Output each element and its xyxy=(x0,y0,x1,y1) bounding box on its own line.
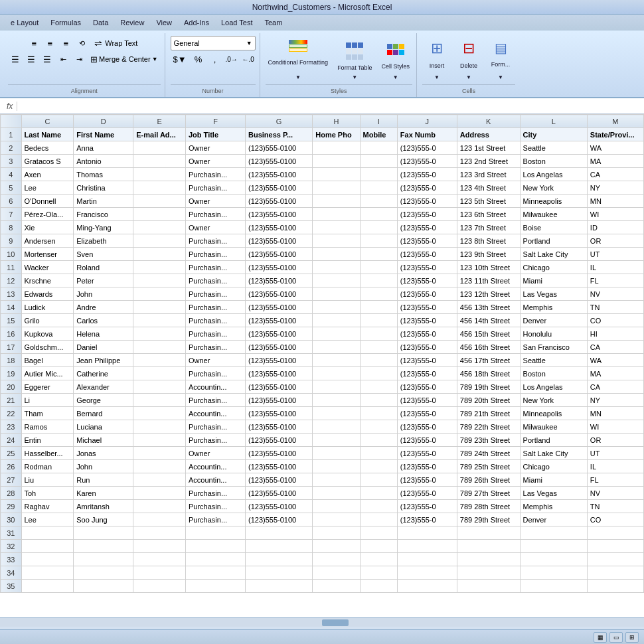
cell-J20[interactable]: (123)555-0 xyxy=(397,380,457,394)
cell-I7[interactable] xyxy=(360,208,397,221)
cell-D21[interactable]: George xyxy=(74,394,133,407)
cell-G11[interactable]: (123)555-0100 xyxy=(246,261,313,274)
cell-C21[interactable]: Li xyxy=(21,394,74,407)
cell-styles-button[interactable]: Cell Styles ▼ xyxy=(378,37,412,84)
empty-cell[interactable] xyxy=(186,540,246,553)
cell-M16[interactable]: HI xyxy=(587,327,643,341)
empty-cell[interactable] xyxy=(246,540,313,553)
cell-H25[interactable] xyxy=(313,447,360,460)
cell-C28[interactable]: Toh xyxy=(21,487,74,500)
align-left-btn[interactable]: ☰ xyxy=(8,52,23,66)
cell-L17[interactable]: San Francisco xyxy=(520,341,587,354)
cell-H12[interactable] xyxy=(313,274,360,287)
format-table-arrow[interactable]: ▼ xyxy=(352,74,357,81)
cell-K3[interactable]: 123 2nd Street xyxy=(457,155,520,168)
cell-C3[interactable]: Gratacos S xyxy=(21,155,74,168)
spreadsheet-container[interactable]: C D E F G H I J K L M 1Last NameFirst Na… xyxy=(0,114,644,617)
cell-M12[interactable]: FL xyxy=(587,274,643,287)
cell-L18[interactable]: Seattle xyxy=(520,354,587,367)
cell-M17[interactable]: CA xyxy=(587,341,643,354)
cell-G7[interactable]: (123)555-0100 xyxy=(246,208,313,221)
cell-C18[interactable]: Bagel xyxy=(21,354,74,367)
cell-I5[interactable] xyxy=(360,181,397,195)
col-header-h[interactable]: H xyxy=(313,115,360,128)
cell-E7[interactable] xyxy=(133,208,186,221)
cell-F15[interactable]: Purchasin... xyxy=(186,314,246,327)
cell-M5[interactable]: NY xyxy=(587,181,643,195)
empty-cell[interactable] xyxy=(397,540,457,553)
row-header-24[interactable]: 24 xyxy=(1,434,22,447)
cell-K7[interactable]: 123 6th Street xyxy=(457,208,520,221)
cell-I9[interactable] xyxy=(360,234,397,248)
cell-H9[interactable] xyxy=(313,234,360,248)
cell-E24[interactable] xyxy=(133,434,186,447)
cell-K17[interactable]: 456 16th Street xyxy=(457,341,520,354)
cell-M29[interactable]: TN xyxy=(587,500,643,513)
cell-F26[interactable]: Accountin... xyxy=(186,460,246,473)
cell-I30[interactable] xyxy=(360,513,397,526)
menu-page-layout[interactable]: e Layout xyxy=(5,17,44,28)
cell-J18[interactable]: (123)555-0 xyxy=(397,354,457,367)
row-header-13[interactable]: 13 xyxy=(1,287,22,301)
empty-cell[interactable] xyxy=(397,553,457,566)
cell-M24[interactable]: OR xyxy=(587,434,643,447)
cell-J19[interactable]: (123)555-0 xyxy=(397,367,457,380)
cell-I8[interactable] xyxy=(360,221,397,234)
cell-C19[interactable]: Autier Mic... xyxy=(21,367,74,380)
cell-M23[interactable]: WI xyxy=(587,420,643,434)
decrease-decimal-btn[interactable]: ←.0 xyxy=(241,52,256,66)
cell-I25[interactable] xyxy=(360,447,397,460)
cell-G27[interactable]: (123)555-0100 xyxy=(246,473,313,487)
header-cell-L[interactable]: City xyxy=(520,128,587,141)
cell-J23[interactable]: (123)555-0 xyxy=(397,420,457,434)
cell-G2[interactable]: (123)555-0100 xyxy=(246,141,313,155)
cell-D4[interactable]: Thomas xyxy=(74,168,133,181)
cell-H27[interactable] xyxy=(313,473,360,487)
cell-L2[interactable]: Seattle xyxy=(520,141,587,155)
cell-K5[interactable]: 123 4th Street xyxy=(457,181,520,195)
cell-D14[interactable]: Andre xyxy=(74,301,133,314)
cell-G20[interactable]: (123)555-0100 xyxy=(246,380,313,394)
cell-I13[interactable] xyxy=(360,287,397,301)
row-header-6[interactable]: 6 xyxy=(1,195,22,208)
cell-E12[interactable] xyxy=(133,274,186,287)
cell-F23[interactable]: Purchasin... xyxy=(186,420,246,434)
row-header-30[interactable]: 30 xyxy=(1,513,22,526)
cell-G5[interactable]: (123)555-0100 xyxy=(246,181,313,195)
cell-F4[interactable]: Purchasin... xyxy=(186,168,246,181)
row-header-28[interactable]: 28 xyxy=(1,487,22,500)
header-cell-F[interactable]: Job Title xyxy=(186,128,246,141)
empty-cell[interactable] xyxy=(397,526,457,540)
col-header-f[interactable]: F xyxy=(186,115,246,128)
empty-cell[interactable] xyxy=(457,553,520,566)
cell-K19[interactable]: 456 18th Street xyxy=(457,367,520,380)
empty-cell[interactable] xyxy=(313,566,360,580)
cell-F16[interactable]: Purchasin... xyxy=(186,327,246,341)
cell-F21[interactable]: Purchasin... xyxy=(186,394,246,407)
cell-E13[interactable] xyxy=(133,287,186,301)
row-header-7[interactable]: 7 xyxy=(1,208,22,221)
increase-indent-btn[interactable]: ⇥ xyxy=(72,52,86,66)
cell-I22[interactable] xyxy=(360,407,397,420)
cell-H5[interactable] xyxy=(313,181,360,195)
cell-C4[interactable]: Axen xyxy=(21,168,74,181)
cell-I15[interactable] xyxy=(360,314,397,327)
empty-cell[interactable] xyxy=(21,526,74,540)
empty-cell[interactable] xyxy=(520,553,587,566)
cell-H20[interactable] xyxy=(313,380,360,394)
menu-review[interactable]: Review xyxy=(115,17,149,28)
row-header-4[interactable]: 4 xyxy=(1,168,22,181)
cell-D3[interactable]: Antonio xyxy=(74,155,133,168)
cell-G19[interactable]: (123)555-0100 xyxy=(246,367,313,380)
cell-K23[interactable]: 789 22th Street xyxy=(457,420,520,434)
row-header-8[interactable]: 8 xyxy=(1,221,22,234)
row-header-11[interactable]: 11 xyxy=(1,261,22,274)
cell-D28[interactable]: Karen xyxy=(74,487,133,500)
cell-I24[interactable] xyxy=(360,434,397,447)
cell-H2[interactable] xyxy=(313,141,360,155)
cell-H16[interactable] xyxy=(313,327,360,341)
cell-F12[interactable]: Purchasin... xyxy=(186,274,246,287)
col-header-k[interactable]: K xyxy=(457,115,520,128)
row-header-15[interactable]: 15 xyxy=(1,314,22,327)
empty-cell[interactable] xyxy=(457,580,520,593)
